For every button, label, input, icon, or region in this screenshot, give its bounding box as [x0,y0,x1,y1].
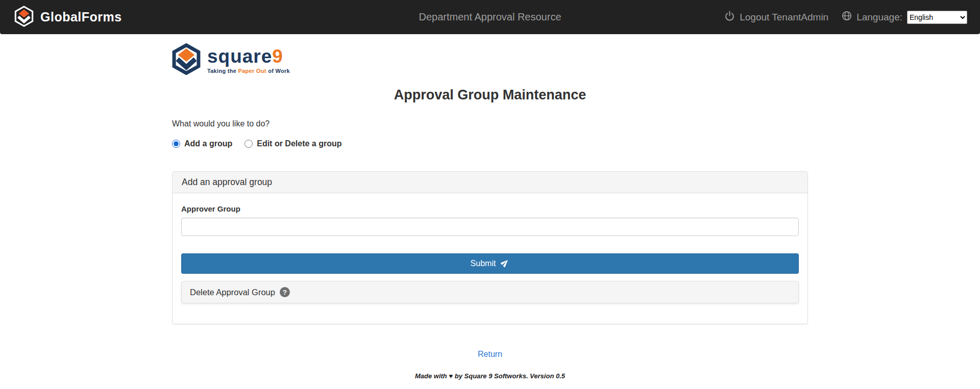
question-text: What would you like to do? [172,119,808,128]
return-link[interactable]: Return [478,350,502,358]
radio-edit-input[interactable] [244,140,253,148]
credit-text: Made with ♥ by Square 9 Softworks. Versi… [172,372,808,380]
navbar-page-title: Department Approval Resource [419,11,561,23]
delete-group-label: Delete Approval Group [190,288,275,297]
logout-button[interactable]: Logout TenantAdmin [724,11,828,24]
navbar-brand[interactable]: GlobalForms [0,6,122,29]
submit-label: Submit [471,259,496,268]
add-group-panel: Add an approval group Approver Group Sub… [172,171,808,324]
square9-wordmark: square9 [207,47,290,66]
send-plane-icon [501,258,509,269]
square9-hexagon-icon [172,43,201,77]
panel-body: Approver Group Submit Delete Approval Gr… [173,193,807,324]
square9-logo-text: square9 Taking the Paper Out of Work [207,43,290,74]
radio-add-input[interactable] [172,140,180,148]
navbar-right-group: Logout TenantAdmin Language: English [724,11,980,24]
page-title: Approval Group Maintenance [172,87,808,103]
radio-edit-label: Edit or Delete a group [257,139,341,148]
submit-button[interactable]: Submit [181,253,799,274]
panel-heading: Add an approval group [173,172,807,193]
approver-group-input[interactable] [181,218,799,236]
square9-logo: square9 Taking the Paper Out of Work [172,34,808,77]
return-row: Return [172,350,808,359]
radio-group: Add a group Edit or Delete a group [172,139,808,148]
globalforms-hexagon-icon [14,6,34,29]
approver-group-label: Approver Group [181,204,799,213]
logout-label: Logout TenantAdmin [740,12,828,23]
radio-edit-or-delete[interactable]: Edit or Delete a group [244,139,341,148]
radio-add-a-group[interactable]: Add a group [172,139,232,148]
help-question-icon[interactable]: ? [280,287,290,297]
language-label: Language: [856,12,902,23]
language-group: Language: English [842,11,967,24]
brand-name: GlobalForms [40,10,122,24]
radio-add-label: Add a group [184,139,232,148]
language-select[interactable]: English [907,11,967,24]
square9-tagline: Taking the Paper Out of Work [207,68,290,74]
delete-approval-group-accordion[interactable]: Delete Approval Group ? [181,281,799,303]
globe-icon [842,11,852,23]
main-container: square9 Taking the Paper Out of Work App… [172,34,808,380]
top-navbar: GlobalForms Department Approval Resource… [0,0,980,34]
power-icon [724,11,735,24]
